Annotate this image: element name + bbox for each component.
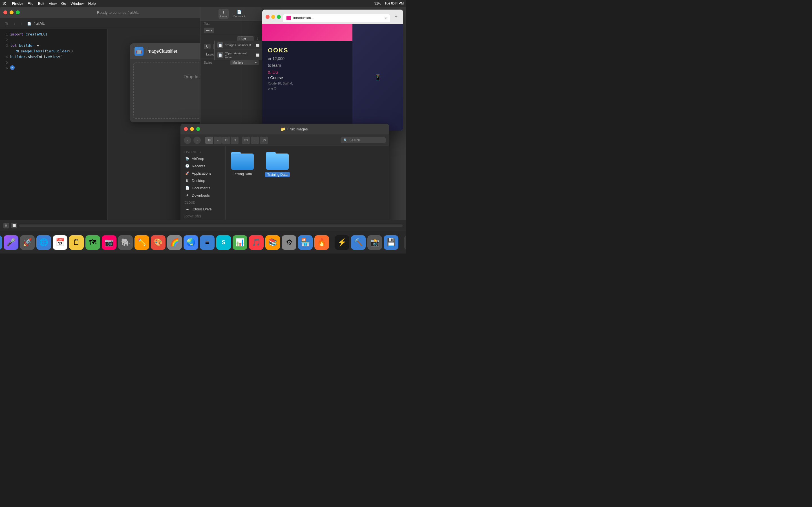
finder-icon-view-btn[interactable]: ⊞ bbox=[205, 136, 213, 144]
dock-sequel[interactable]: 🐘 bbox=[118, 235, 133, 250]
safari-tab-close-btn[interactable]: × bbox=[385, 16, 387, 20]
finder-title: 📁 Fruit Images bbox=[202, 127, 386, 131]
dock-finder[interactable]: 🔍 bbox=[0, 235, 2, 250]
finder-window: 📁 Fruit Images ‹ › ⊞ ≡ ⊟ ⊡ ⊞▾ ↑ 🏷 🔍 Sear… bbox=[181, 124, 389, 236]
xcode-dock-icon: 🔨 bbox=[354, 238, 363, 247]
dock-terminal[interactable]: ⚡ bbox=[335, 235, 349, 250]
dock-skype[interactable]: S bbox=[216, 235, 231, 250]
dock-calendar[interactable]: 📅 bbox=[53, 235, 67, 250]
finder-forward-btn[interactable]: › bbox=[193, 136, 201, 144]
finder-list-view-btn[interactable]: ≡ bbox=[214, 136, 221, 144]
dock-siri[interactable]: 🎤 bbox=[4, 235, 18, 250]
dock-chrome[interactable]: 🌏 bbox=[184, 235, 198, 250]
finder-back-btn[interactable]: ‹ bbox=[184, 136, 191, 144]
dock-sketch2[interactable]: 🔥 bbox=[314, 235, 329, 250]
dock-numbers[interactable]: 📊 bbox=[233, 235, 247, 250]
safari-traffic-lights bbox=[266, 15, 281, 19]
font-dropdown[interactable]: — ▾ bbox=[200, 26, 262, 35]
safari-maximize-btn[interactable] bbox=[277, 15, 281, 19]
sidebar-item-recents[interactable]: 🕐 Recents bbox=[182, 162, 224, 170]
finder-gallery-view-btn[interactable]: ⊡ bbox=[231, 136, 239, 144]
dock-creative[interactable]: 🎨 bbox=[151, 235, 165, 250]
menu-go[interactable]: Go bbox=[61, 1, 66, 6]
dock-launchpad[interactable]: 🚀 bbox=[20, 235, 35, 250]
dock-storage[interactable]: 💾 bbox=[384, 235, 398, 250]
dock-trash[interactable]: 🗑 bbox=[404, 235, 406, 250]
sidebar-item-airdrop[interactable]: 📡 AirDrop bbox=[182, 155, 224, 162]
result-sidebar: 📄 "Image Classifier B... ⬜ 📄 "Open Assis… bbox=[214, 41, 262, 60]
safari-tab-title: Introduction... bbox=[293, 16, 383, 20]
finder-search[interactable]: 🔍 Search bbox=[341, 137, 386, 144]
finder-tag-btn[interactable]: 🏷 bbox=[260, 136, 268, 144]
dock-appstore[interactable]: 🏪 bbox=[298, 235, 313, 250]
menu-view[interactable]: View bbox=[49, 1, 57, 6]
music-dock-icon: 🎵 bbox=[252, 238, 261, 247]
menu-file[interactable]: File bbox=[28, 1, 34, 6]
font-size-stepper[interactable]: ⇕ bbox=[256, 37, 259, 41]
finder-folder-training[interactable]: Training Data bbox=[265, 152, 290, 177]
nav-grid-btn[interactable]: ⊞ bbox=[3, 21, 9, 26]
menu-edit[interactable]: Edit bbox=[38, 1, 44, 6]
menu-finder[interactable]: Finder bbox=[12, 1, 23, 6]
document-btn[interactable]: 📄 Document bbox=[234, 9, 245, 19]
styles-label: Styles bbox=[204, 61, 228, 64]
battery-status: 31% bbox=[374, 1, 381, 5]
dock-camera[interactable]: 📸 bbox=[367, 235, 382, 250]
dock-notes[interactable]: 🗒 bbox=[69, 235, 84, 250]
maximize-button[interactable] bbox=[16, 10, 20, 14]
finder-share-btn[interactable]: ↑ bbox=[251, 136, 259, 144]
sidebar-item-documents[interactable]: 📄 Documents bbox=[182, 184, 224, 191]
finder-sort-btn[interactable]: ⊞▾ bbox=[242, 136, 250, 144]
status-icon-1[interactable]: ⊞ bbox=[3, 223, 9, 228]
safari-new-tab-btn[interactable]: + bbox=[392, 13, 400, 21]
apple-menu[interactable]: ⌘ bbox=[2, 1, 6, 6]
icloud-label: iCloud bbox=[181, 199, 225, 205]
calendar-dock-icon: 📅 bbox=[56, 238, 64, 247]
status-icon-2[interactable]: ⬜ bbox=[11, 223, 17, 228]
close-button[interactable] bbox=[3, 10, 7, 14]
dock-music[interactable]: 🎵 bbox=[249, 235, 264, 250]
sidebar-item-applications[interactable]: 🚀 Applications bbox=[182, 170, 224, 177]
safari-close-btn[interactable] bbox=[266, 15, 269, 19]
sidebar-item-icloud-drive[interactable]: ☁ iCloud Drive bbox=[182, 205, 224, 213]
finder-minimize-btn[interactable] bbox=[190, 127, 194, 131]
nav-back-btn[interactable]: ‹ bbox=[11, 21, 17, 26]
code-line-2: 2 bbox=[0, 37, 107, 43]
minimize-button[interactable] bbox=[10, 10, 13, 14]
dock-books[interactable]: 📚 bbox=[265, 235, 280, 250]
finder-column-view-btn[interactable]: ⊟ bbox=[222, 136, 230, 144]
dock-preferences[interactable]: ⚙ bbox=[282, 235, 296, 250]
storage-dock-icon: 💾 bbox=[387, 238, 396, 247]
underline-btn[interactable]: U bbox=[204, 44, 211, 49]
documents-label: Documents bbox=[192, 186, 210, 190]
nav-forward-btn[interactable]: › bbox=[19, 21, 25, 26]
dock-safari[interactable]: 🌐 bbox=[36, 235, 51, 250]
menu-window[interactable]: Window bbox=[70, 1, 84, 6]
dock-color[interactable]: 🌈 bbox=[167, 235, 182, 250]
stack-dock-icon: ≡ bbox=[205, 238, 209, 247]
bottom-statusbar: ⊞ ⬜ bbox=[0, 220, 406, 231]
finder-maximize-btn[interactable] bbox=[196, 127, 200, 131]
format-btn[interactable]: T Format bbox=[218, 9, 229, 19]
dock-xcode[interactable]: 🔨 bbox=[351, 235, 366, 250]
finder-close-btn[interactable] bbox=[184, 127, 188, 131]
styles-dropdown[interactable]: Multiple ▾ bbox=[231, 60, 259, 65]
inspector-toolbar: T Format 📄 Document bbox=[200, 7, 262, 21]
scrollbar[interactable] bbox=[19, 224, 403, 227]
result-item-2: 📄 "Open Assistant Edi... ⬜ bbox=[214, 50, 262, 60]
code-editor[interactable]: 1 import CreateMLUI 2 3 let builder = ML… bbox=[0, 29, 107, 232]
main-area: Ready to continue fruitML ⊞ ⬜ ⬜ ⬜ + ⊞ ‹ … bbox=[0, 7, 406, 253]
skype-dock-icon: S bbox=[221, 239, 225, 245]
dock-photos[interactable]: 📷 bbox=[102, 235, 116, 250]
finder-folder-testing[interactable]: Testing Data bbox=[231, 152, 254, 176]
safari-tab-active[interactable]: Introduction... × bbox=[283, 14, 390, 22]
dock-sketch[interactable]: ✏️ bbox=[135, 235, 149, 250]
dock-stack[interactable]: ≡ bbox=[200, 235, 214, 250]
menu-help[interactable]: Help bbox=[88, 1, 96, 6]
sidebar-item-downloads[interactable]: ⬇ Downloads bbox=[182, 191, 224, 199]
safari-minimize-btn[interactable] bbox=[271, 15, 275, 19]
downloads-icon: ⬇ bbox=[185, 193, 190, 198]
sidebar-item-desktop[interactable]: 🖥 Desktop bbox=[182, 177, 224, 184]
xcode-title: Ready to continue fruitML bbox=[22, 10, 214, 15]
dock-maps[interactable]: 🗺 bbox=[86, 235, 100, 250]
